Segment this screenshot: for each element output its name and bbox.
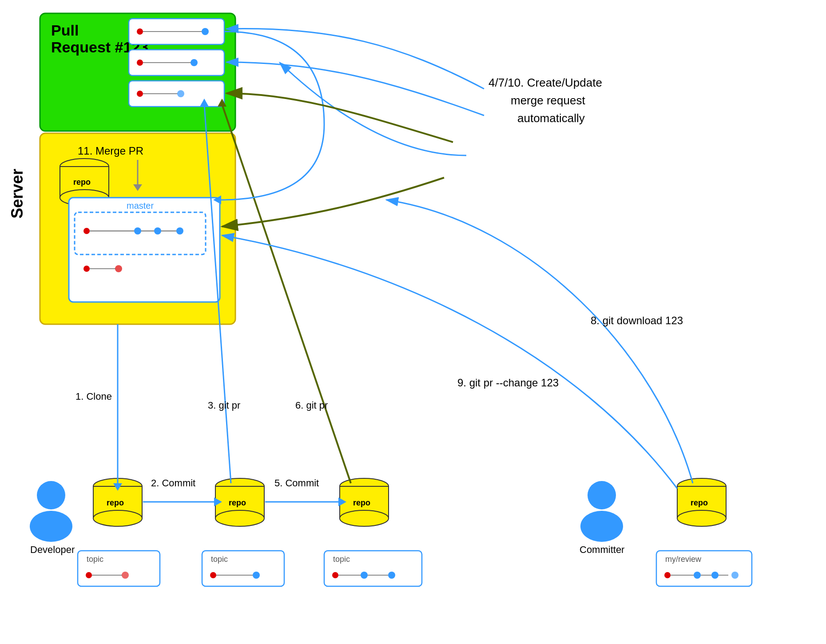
svg-point-49 — [588, 481, 616, 509]
svg-rect-53 — [677, 486, 726, 518]
svg-point-26 — [83, 228, 90, 234]
svg-rect-23 — [69, 198, 220, 302]
svg-point-65 — [253, 572, 260, 579]
svg-text:9. git pr --change 123: 9. git pr --change 123 — [457, 377, 559, 389]
svg-point-30 — [176, 227, 183, 235]
svg-rect-25 — [75, 212, 206, 254]
svg-text:topic: topic — [87, 555, 103, 564]
svg-rect-56 — [78, 551, 160, 586]
svg-text:4/7/10. Create/Update: 4/7/10. Create/Update — [488, 76, 602, 89]
svg-rect-20 — [60, 167, 109, 198]
svg-rect-0 — [40, 13, 235, 131]
svg-text:6. git pr: 6. git pr — [295, 400, 328, 411]
svg-text:Developer: Developer — [30, 544, 75, 555]
svg-text:repo: repo — [691, 498, 708, 507]
svg-rect-38 — [93, 486, 142, 518]
svg-point-74 — [664, 572, 671, 578]
svg-text:my/review: my/review — [665, 555, 702, 564]
svg-marker-80 — [113, 483, 122, 491]
svg-text:repo: repo — [107, 498, 124, 507]
svg-point-52 — [677, 478, 726, 494]
svg-text:Committer: Committer — [580, 544, 624, 555]
svg-text:topic: topic — [211, 555, 228, 564]
svg-rect-72 — [656, 551, 752, 586]
svg-text:merge request: merge request — [511, 94, 585, 107]
svg-point-4 — [137, 28, 143, 35]
main-diagram-svg: Pull Request #123 11. Merge PR repo — [0, 0, 826, 644]
svg-point-21 — [60, 190, 109, 206]
svg-point-33 — [115, 265, 122, 272]
diagram-container: { "server_label": "Server", "pr_box": { … — [0, 0, 826, 644]
svg-rect-11 — [129, 81, 224, 107]
svg-point-12 — [137, 91, 143, 97]
svg-marker-94 — [213, 195, 221, 204]
svg-point-14 — [177, 90, 184, 97]
svg-point-50 — [580, 511, 623, 542]
svg-point-54 — [677, 510, 726, 526]
svg-text:8. git download 123: 8. git download 123 — [591, 314, 683, 326]
svg-point-41 — [215, 478, 264, 494]
svg-point-31 — [83, 266, 90, 272]
svg-point-70 — [361, 572, 368, 579]
svg-point-6 — [202, 28, 209, 35]
svg-rect-42 — [215, 486, 264, 518]
svg-text:5. Commit: 5. Commit — [274, 477, 319, 489]
svg-point-28 — [134, 227, 141, 235]
svg-marker-89 — [200, 99, 209, 107]
svg-point-29 — [154, 227, 161, 235]
svg-point-76 — [694, 572, 701, 579]
svg-point-45 — [340, 478, 389, 494]
svg-text:3. git pr: 3. git pr — [208, 400, 240, 411]
svg-point-77 — [711, 572, 719, 579]
svg-point-68 — [332, 572, 338, 578]
svg-text:repo: repo — [353, 498, 370, 507]
svg-point-60 — [122, 572, 129, 579]
svg-point-47 — [340, 510, 389, 526]
svg-text:repo: repo — [73, 178, 91, 187]
svg-point-63 — [210, 572, 216, 578]
svg-text:11. Merge PR: 11. Merge PR — [78, 145, 143, 157]
svg-rect-15 — [40, 133, 235, 324]
svg-text:2. Commit: 2. Commit — [151, 477, 195, 489]
svg-line-91 — [222, 104, 351, 483]
svg-point-71 — [388, 572, 395, 579]
svg-marker-83 — [214, 497, 222, 506]
svg-text:Pull: Pull — [51, 22, 79, 39]
svg-point-39 — [93, 510, 142, 526]
svg-marker-86 — [338, 497, 346, 506]
svg-point-43 — [215, 510, 264, 526]
svg-point-8 — [137, 60, 143, 66]
svg-text:topic: topic — [333, 555, 350, 564]
svg-rect-61 — [202, 551, 284, 586]
svg-rect-3 — [129, 19, 224, 44]
svg-point-78 — [731, 572, 739, 579]
svg-point-34 — [37, 481, 65, 509]
svg-text:automatically: automatically — [517, 111, 585, 125]
svg-point-35 — [30, 511, 72, 542]
svg-text:master: master — [127, 201, 154, 211]
svg-text:1. Clone: 1. Clone — [75, 391, 112, 402]
server-label: Server — [8, 169, 27, 219]
svg-line-88 — [204, 104, 231, 483]
svg-text:repo: repo — [229, 498, 246, 507]
svg-point-37 — [93, 478, 142, 494]
svg-marker-18 — [133, 184, 142, 191]
svg-text:Request #123: Request #123 — [51, 39, 148, 56]
svg-marker-92 — [218, 99, 226, 107]
svg-rect-66 — [324, 551, 422, 586]
svg-point-10 — [191, 59, 198, 66]
svg-point-19 — [60, 159, 109, 175]
svg-rect-7 — [129, 50, 224, 76]
svg-rect-46 — [340, 486, 389, 518]
svg-point-58 — [86, 572, 92, 578]
